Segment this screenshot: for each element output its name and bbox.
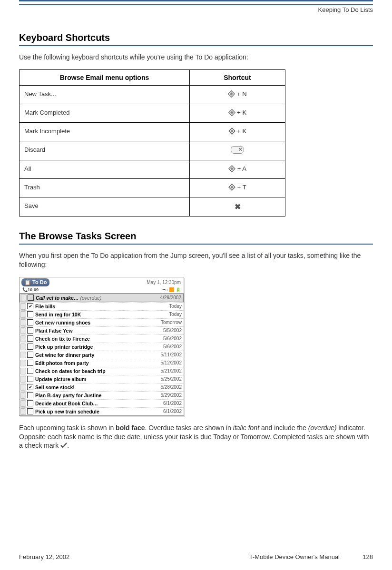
- row-handle-icon: [20, 368, 26, 374]
- menu-key-icon: [228, 109, 235, 118]
- row-handle-icon: [21, 295, 27, 301]
- task-date: Today: [152, 304, 182, 309]
- task-date: 5/12/2002: [152, 360, 182, 365]
- shortcut-cell: + K: [190, 104, 285, 122]
- row-handle-icon: [20, 392, 26, 399]
- task-title: Pick up printer cartridge: [35, 344, 152, 350]
- task-checkbox[interactable]: [27, 327, 33, 334]
- option-label: Discard: [20, 141, 190, 160]
- task-title: Check on tix to Firenze: [35, 336, 152, 342]
- option-label: Save: [20, 197, 190, 216]
- task-date: Today: [152, 312, 182, 317]
- section-browse-tasks: The Browse Tasks Screen: [19, 231, 373, 245]
- row-handle-icon: [20, 335, 26, 342]
- task-checkbox[interactable]: [27, 344, 33, 350]
- table-row: New Task... + N: [20, 85, 285, 104]
- shortcut-cell: + K: [190, 122, 285, 141]
- device-app-title: 📋 To Do: [21, 278, 49, 286]
- task-row[interactable]: Call vet to make…(overdue)4/29/2002: [20, 294, 184, 302]
- task-checkbox[interactable]: ✔: [27, 384, 33, 390]
- phone-icon: 📞: [22, 287, 28, 292]
- device-screenshot: 📋 To Do May 1, 12:30pm 📞10:09 ••○ 📶 🔋 Ca…: [19, 277, 184, 416]
- table-row: Discard: [20, 141, 285, 160]
- task-checkbox[interactable]: ✔: [27, 303, 33, 309]
- row-handle-icon: [20, 319, 26, 326]
- browse-description: Each upcoming task is shown in bold face…: [19, 423, 373, 451]
- task-checkbox[interactable]: [27, 311, 33, 317]
- task-row[interactable]: Pick up printer cartridge5/6/2002: [20, 343, 184, 351]
- task-checkbox[interactable]: [28, 295, 34, 301]
- row-handle-icon: [20, 352, 26, 358]
- task-row[interactable]: Get new running shoesTomorrow: [20, 318, 184, 326]
- shortcut-cell: + A: [190, 160, 285, 178]
- discard-icon: [231, 146, 244, 154]
- option-label: Trash: [20, 178, 190, 197]
- task-checkbox[interactable]: [27, 408, 33, 414]
- table-row: Mark Completed + K: [20, 104, 285, 122]
- task-title: Plan B-day party for Justine: [35, 393, 152, 398]
- task-date: 5/6/2002: [152, 344, 182, 349]
- save-icon: ✖: [235, 203, 241, 211]
- task-date: Tomorrow: [152, 320, 182, 325]
- task-row[interactable]: ✔File billsToday: [20, 302, 184, 310]
- task-title: Pick up new train schedule: [35, 409, 152, 414]
- task-date: 5/28/2002: [152, 384, 182, 390]
- task-title: Get wine for dinner party: [35, 352, 152, 358]
- task-date: 6/1/2002: [152, 409, 182, 414]
- task-checkbox[interactable]: [27, 400, 33, 406]
- task-date: 5/11/2002: [152, 352, 182, 357]
- task-checkbox[interactable]: [27, 352, 33, 358]
- task-checkbox[interactable]: [27, 360, 33, 366]
- task-row[interactable]: ✔Sell some stock!5/28/2002: [20, 383, 184, 391]
- task-checkbox[interactable]: [27, 376, 33, 382]
- shortcut-cell: + T: [190, 178, 285, 197]
- row-handle-icon: [20, 408, 26, 415]
- task-date: 5/5/2002: [152, 328, 182, 333]
- option-label: Mark Incomplete: [20, 122, 190, 141]
- task-checkbox[interactable]: [27, 335, 33, 342]
- option-label: Mark Completed: [20, 104, 190, 122]
- task-row[interactable]: Update picture album5/25/2002: [20, 375, 184, 383]
- task-checkbox[interactable]: [27, 368, 33, 374]
- task-date: 5/21/2002: [152, 368, 182, 373]
- table-row: All + A: [20, 160, 285, 178]
- task-title: Edit photos from party: [35, 360, 152, 366]
- task-title: Plant False Yew: [35, 328, 152, 334]
- task-row[interactable]: Edit photos from party5/12/2002: [20, 359, 184, 367]
- task-row[interactable]: Send in reg for 10KToday: [20, 310, 184, 318]
- task-date: 5/6/2002: [152, 336, 182, 341]
- shortcuts-table: Browse Email menu options Shortcut New T…: [19, 69, 285, 216]
- table-row: Trash + T: [20, 178, 285, 197]
- task-checkbox[interactable]: [27, 392, 33, 398]
- row-handle-icon: [20, 376, 26, 383]
- task-title: Update picture album: [35, 376, 152, 382]
- task-row[interactable]: Plan B-day party for Justine5/29/2002: [20, 391, 184, 399]
- device-date: May 1, 12:30pm: [147, 280, 184, 285]
- task-title: Sell some stock!: [35, 384, 152, 390]
- row-handle-icon: [20, 311, 26, 318]
- table-row: Mark Incomplete + K: [20, 122, 285, 141]
- page-footer: February 12, 2002 T-Mobile Device Owner'…: [19, 553, 373, 560]
- task-row[interactable]: Check on tix to Firenze5/6/2002: [20, 334, 184, 343]
- task-row[interactable]: Check on dates for beach trip5/21/2002: [20, 367, 184, 375]
- menu-key-icon: [228, 165, 235, 174]
- col-header-options: Browse Email menu options: [20, 69, 190, 85]
- browse-intro: When you first open the To Do applicatio…: [19, 251, 373, 269]
- device-time: 10:09: [28, 287, 39, 292]
- task-checkbox[interactable]: [27, 319, 33, 325]
- row-handle-icon: [20, 303, 26, 310]
- task-row[interactable]: Get wine for dinner party5/11/2002: [20, 351, 184, 359]
- task-date: 5/25/2002: [152, 376, 182, 382]
- task-row[interactable]: Pick up new train schedule6/1/2002: [20, 407, 184, 415]
- section-keyboard-shortcuts: Keyboard Shortcuts: [19, 32, 373, 46]
- task-title: File bills: [35, 304, 152, 309]
- task-row[interactable]: Plant False Yew5/5/2002: [20, 326, 184, 334]
- shortcut-cell: ✖: [190, 197, 285, 216]
- footer-manual: T-Mobile Device Owner's Manual: [179, 553, 354, 560]
- task-row[interactable]: Decide about Book Club…6/1/2002: [20, 399, 184, 407]
- shortcut-cell: [190, 141, 285, 160]
- task-title: Decide about Book Club…: [35, 401, 152, 406]
- row-handle-icon: [20, 400, 26, 407]
- task-title: Send in reg for 10K: [35, 312, 152, 317]
- task-date: 5/29/2002: [152, 393, 182, 398]
